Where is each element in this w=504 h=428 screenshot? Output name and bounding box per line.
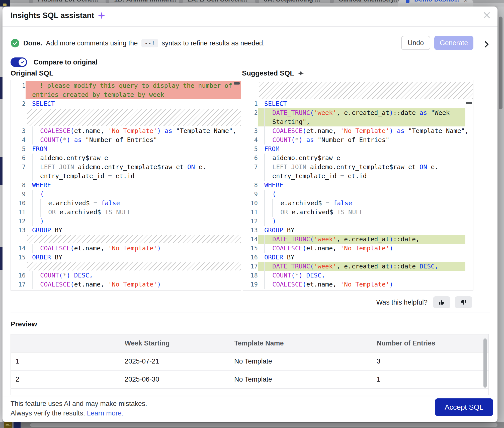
close-icon[interactable]: ×	[483, 7, 491, 23]
code-row: entries created by template by week	[11, 90, 241, 99]
compare-toggle[interactable]	[11, 57, 27, 67]
code-line: Starting",	[258, 117, 465, 126]
table-cell: 1	[11, 352, 120, 370]
code-row: 4COUNT(*) as "Number of Entries"	[243, 135, 473, 145]
indent-guide	[32, 280, 40, 289]
diff-gap	[27, 109, 241, 126]
line-number: 9	[11, 190, 26, 199]
table-row: 22025-06-30No Template1	[11, 371, 488, 389]
code-line: entries created by template by week	[26, 90, 241, 99]
indent-guide	[264, 235, 272, 244]
code-row: 6aidemo.entry$raw e	[11, 154, 241, 163]
collapse-panel-button[interactable]	[481, 39, 492, 50]
code-row: 11OR e.archived$ IS NULL	[11, 208, 241, 217]
line-number: 6	[243, 154, 258, 163]
browser-tab[interactable]: 2A: B Cell Screen...	[188, 0, 247, 3]
suggested-sql-editor[interactable]: 1SELECT2DATE_TRUNC('week', e.created_at)…	[243, 80, 473, 291]
undo-button[interactable]: Undo	[401, 36, 430, 50]
browser-tab[interactable]: 1B: Animal Immun...	[114, 0, 177, 3]
browser-tab[interactable]: Demo Dashb...	[414, 0, 460, 3]
document-tab-icon	[255, 0, 259, 3]
editor-scrollbar-thumb[interactable]	[466, 102, 472, 104]
line-number: 17	[243, 262, 258, 271]
generate-button[interactable]: Generate	[434, 36, 473, 50]
browser-tab[interactable]: 3A: Sequencing ...	[264, 0, 320, 3]
modal-header: Insights SQL assistant ×	[3, 7, 497, 27]
indent-guide	[264, 135, 272, 145]
tab-close-icon[interactable]: ×	[464, 0, 468, 4]
code-row: 16ORDER BY	[243, 253, 473, 262]
sparkle-icon	[298, 70, 304, 77]
code-row: 7LEFT JOIN aidemo.entry_template$raw et …	[11, 163, 241, 172]
line-number: 10	[11, 199, 26, 208]
code-line: COALESCE(et.name, 'No Template') as "Tem…	[26, 126, 241, 135]
code-line: COUNT(*) as "Number of Entries"	[258, 135, 473, 145]
code-line: COALESCE(et.name, 'No Template')	[26, 280, 241, 289]
line-number: 7	[11, 163, 26, 172]
indent-guide	[40, 208, 48, 217]
column-header: Week Starting	[120, 334, 230, 352]
browser-tab[interactable]: Plasmid Lot Gene...	[38, 0, 98, 3]
indent-guide	[264, 154, 272, 163]
table-row-partial	[11, 389, 488, 395]
line-number: 5	[11, 145, 26, 154]
indent-guide	[264, 271, 272, 280]
indent-guide	[264, 244, 272, 253]
table-scrollbar-thumb[interactable]	[483, 338, 487, 388]
line-number: 4	[11, 135, 26, 145]
code-line: )	[258, 217, 473, 226]
right-rail-divider	[478, 30, 478, 313]
app-logo-icon	[3, 4, 7, 6]
code-line: DATE_TRUNC('week', e.created_at)::date D…	[258, 262, 465, 271]
compare-toggle-row: Compare to original	[11, 57, 98, 68]
original-sql-editor[interactable]: 1--! please modify this query to display…	[11, 80, 241, 291]
code-line: aidemo.entry$raw e	[258, 154, 473, 163]
code-line: COALESCE(et.name, 'No Template') as "Tem…	[258, 126, 473, 135]
indent-guide	[32, 271, 40, 280]
code-row: 8WHERE	[11, 181, 241, 190]
line-number	[243, 172, 258, 181]
editor-scrollbar-thumb[interactable]	[234, 82, 240, 85]
code-line: SELECT	[26, 99, 241, 108]
accept-sql-button[interactable]: Accept SQL	[435, 398, 493, 416]
screen: Plasmid Lot Gene...1B: Animal Immun...2A…	[0, 0, 504, 428]
code-row: 18COUNT(*) DESC,	[243, 271, 473, 280]
code-line: WHERE	[258, 181, 473, 190]
toggle-knob	[19, 58, 26, 66]
indent-guide	[264, 208, 272, 217]
code-line: --! please modify this query to display …	[26, 81, 241, 90]
thumbs-down-button[interactable]	[455, 296, 472, 308]
bottom-scroll-track	[30, 423, 497, 427]
code-line: e.archived$ = false	[26, 199, 241, 208]
line-number: 4	[243, 135, 258, 145]
indent-guide	[32, 172, 40, 181]
learn-more-link[interactable]: Learn more.	[87, 409, 124, 417]
line-number: 17	[11, 280, 26, 289]
code-row: 13GROUP BY	[243, 226, 473, 235]
code-line: GROUP BY	[258, 226, 473, 235]
line-number: 16	[243, 253, 258, 262]
browser-tab[interactable]: Clinical chemistry...	[339, 0, 399, 3]
preview-table-header: Week StartingTemplate NameNumber of Entr…	[11, 334, 488, 352]
line-number: 13	[11, 226, 26, 235]
preview-table[interactable]: Week StartingTemplate NameNumber of Entr…	[11, 334, 489, 395]
document-tab-icon	[106, 0, 109, 3]
code-line: COALESCE(et.name, 'No Template')	[258, 244, 473, 253]
code-row: 2SELECT	[11, 99, 241, 108]
table-cell: No Template	[230, 371, 372, 388]
dock-badge: MC	[4, 422, 12, 428]
table-cell: 2025-07-21	[120, 352, 230, 370]
code-row: entry_template_id = et.id	[11, 172, 241, 181]
browser-tab-strip: Plasmid Lot Gene...1B: Animal Immun...2A…	[0, 0, 504, 7]
line-number	[11, 90, 26, 99]
code-row: 3COALESCE(et.name, 'No Template') as "Te…	[11, 126, 241, 135]
modal-title-text: Insights SQL assistant	[11, 11, 94, 20]
window-scrollbar-thumb[interactable]	[499, 17, 502, 109]
indent-guide	[32, 199, 40, 208]
thumbs-up-button[interactable]	[433, 296, 450, 308]
code-row: 5FROM	[243, 145, 473, 154]
indent-guide	[32, 208, 40, 217]
indent-guide	[272, 208, 280, 217]
line-number: 19	[243, 280, 258, 289]
indent-guide	[32, 244, 40, 253]
